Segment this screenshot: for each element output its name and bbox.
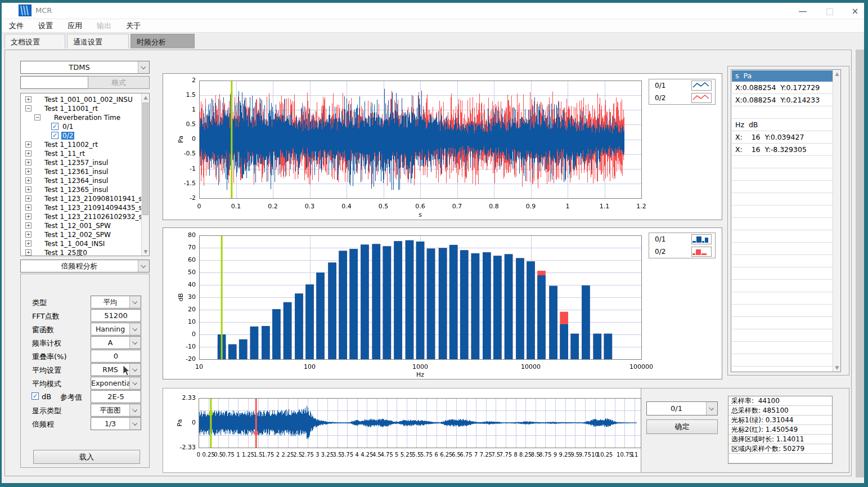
form-select[interactable]: RMS (91, 363, 141, 376)
plus-icon[interactable]: + (25, 231, 32, 238)
plus-icon[interactable]: + (25, 240, 32, 247)
scroll-up-icon[interactable]: ▲ (142, 93, 150, 101)
tree-item[interactable]: +Test 1_25度0 (21, 248, 141, 256)
readout-row (732, 292, 834, 305)
tree-item[interactable]: −Reverberation Time (21, 113, 141, 122)
plus-icon[interactable]: + (25, 159, 32, 166)
tree-item[interactable]: +Test 1_1_004_INSI (21, 239, 141, 248)
waveform-legend: 0/10/2 (649, 79, 716, 105)
tree-item[interactable]: ✓0/1 (21, 122, 141, 131)
scroll-down-icon[interactable]: ▼ (142, 248, 150, 256)
plus-icon[interactable]: + (25, 141, 32, 148)
plus-icon[interactable]: + (25, 195, 32, 202)
readout-header: s Pa (732, 70, 834, 82)
db-checkbox-label: dB (42, 392, 51, 401)
form-select[interactable]: A (91, 336, 141, 349)
plus-icon[interactable]: + (25, 168, 32, 175)
tree-item[interactable]: +Test 1_123_211026102932_spw (21, 212, 141, 221)
form-select[interactable]: 平面图 (91, 404, 141, 417)
tree-item[interactable]: +Test 1_12365_insul (21, 185, 141, 194)
menu-item[interactable]: 设置 (38, 21, 53, 31)
tree-item[interactable]: ✓0/2 (21, 131, 141, 140)
plus-icon[interactable]: + (25, 222, 32, 229)
stat-row: 光标1(绿): 0.31044 (728, 415, 832, 425)
tree-item[interactable]: +Test 1_12364_insul (21, 176, 141, 185)
form-label: 显示类型 (32, 406, 61, 416)
plus-icon[interactable]: + (25, 213, 32, 220)
tree-item[interactable]: +Test 1_12357_insul (21, 158, 141, 167)
selected-waveform-chart[interactable] (163, 74, 723, 221)
plus-icon[interactable]: + (25, 249, 32, 256)
tree-item[interactable]: +Test 1_12361_insul (21, 167, 141, 176)
tree-item[interactable]: +Test 1_12_001_SPW (21, 221, 141, 230)
readout-row[interactable]: Hz dB (732, 119, 834, 131)
menu-item[interactable]: 文件 (9, 21, 24, 31)
readout-row (732, 342, 834, 354)
checkbox[interactable]: ✓ (51, 123, 59, 130)
tree-item[interactable]: +Test 1_123_210914094435_spw (21, 203, 141, 212)
format-input[interactable] (20, 76, 88, 89)
maximize-button[interactable]: □ (820, 5, 839, 17)
tree-scrollbar-thumb[interactable] (142, 102, 149, 215)
db-checkbox[interactable]: ✓ (32, 392, 39, 400)
tree-item-label: Test 1_1_004_INSI (43, 240, 106, 248)
readout-row[interactable]: X:0.088254 Y:0.214233 (732, 94, 834, 106)
chevron-down-icon (129, 377, 141, 389)
readout-row (732, 354, 834, 367)
close-button[interactable]: × (845, 5, 865, 17)
tab-strip: 文档设置通道设置时频分析 (2, 33, 864, 48)
minus-icon[interactable]: − (34, 114, 41, 120)
tree-item[interactable]: +Test 1_12_002_SPW (21, 230, 141, 239)
readout-row (732, 156, 834, 168)
tree-item[interactable]: −Test 1_11001_rt (21, 104, 141, 113)
plus-icon[interactable]: + (25, 186, 32, 193)
minimize-button[interactable]: — (793, 5, 812, 17)
scroll-down-icon[interactable]: ▼ (833, 364, 841, 372)
overview-waveform-chart[interactable] (163, 388, 641, 472)
tree-item[interactable]: +Test 1_123_210908101941_spw (21, 194, 141, 203)
plus-icon[interactable]: + (25, 96, 32, 102)
confirm-button[interactable]: 确定 (646, 419, 718, 434)
menu-item[interactable]: 应用 (68, 21, 82, 31)
overview-channel-select[interactable]: 0/1 (646, 401, 718, 415)
tab-2[interactable]: 通道设置 (67, 34, 129, 48)
readout-row[interactable]: X:0.088254 Y:0.172729 (732, 82, 834, 94)
readout-row (732, 280, 834, 292)
tree-item-label: Test 1_123_210914094435_spw (43, 204, 141, 212)
form-select[interactable]: Hanning (91, 323, 141, 336)
tree-item-label: 0/1 (61, 123, 74, 131)
menu-item[interactable]: 关于 (126, 21, 141, 31)
reference-value-input[interactable] (91, 390, 141, 403)
load-button[interactable]: 载入 (33, 450, 140, 464)
plus-icon[interactable]: + (25, 204, 32, 211)
tab-3[interactable]: 时频分析 (131, 34, 195, 48)
third-octave-spectrum-chart[interactable] (163, 228, 723, 380)
tree-item[interactable]: +Test 1_11002_rt (21, 140, 141, 149)
legend-item: 0/1 (649, 79, 715, 92)
tree-item-label: Test 1_12_002_SPW (43, 231, 112, 239)
form-select[interactable]: 平均 (91, 296, 141, 309)
form-select[interactable]: Exponential (91, 377, 141, 390)
checkbox[interactable]: ✓ (51, 132, 59, 139)
tree-scrollbar[interactable]: ▲ ▼ (141, 93, 149, 256)
window-inner: MCR — □ × 文件设置应用输出关于 文档设置通道设置时频分析 TDMS 格… (2, 3, 864, 483)
minus-icon[interactable]: − (25, 105, 32, 111)
readout-row (732, 230, 834, 243)
form-input[interactable] (91, 309, 141, 322)
menu-item: 输出 (97, 21, 111, 31)
scroll-up-icon[interactable]: ▲ (833, 70, 841, 78)
tab-1[interactable]: 文档设置 (5, 34, 65, 48)
readout-row[interactable]: X: 16 Y:0.039427 (732, 131, 834, 144)
plus-icon[interactable]: + (25, 177, 32, 184)
analysis-type-select[interactable]: 倍频程分析 (20, 260, 150, 272)
form-select[interactable]: 1/3 (91, 417, 141, 430)
form-input[interactable] (91, 350, 141, 363)
chevron-down-icon (129, 418, 141, 430)
readout-scrollbar[interactable]: ▲ ▼ (833, 70, 840, 372)
file-format-select[interactable]: TDMS (20, 61, 150, 74)
tree-item[interactable]: +Test 1_11_rt (21, 149, 141, 158)
readout-row[interactable]: X: 16 Y:-8.329305 (732, 144, 834, 156)
tree-item[interactable]: +Test 1_001_001_002_INSU (21, 95, 141, 104)
form-select-value: 1/3 (91, 418, 129, 430)
plus-icon[interactable]: + (25, 150, 32, 157)
